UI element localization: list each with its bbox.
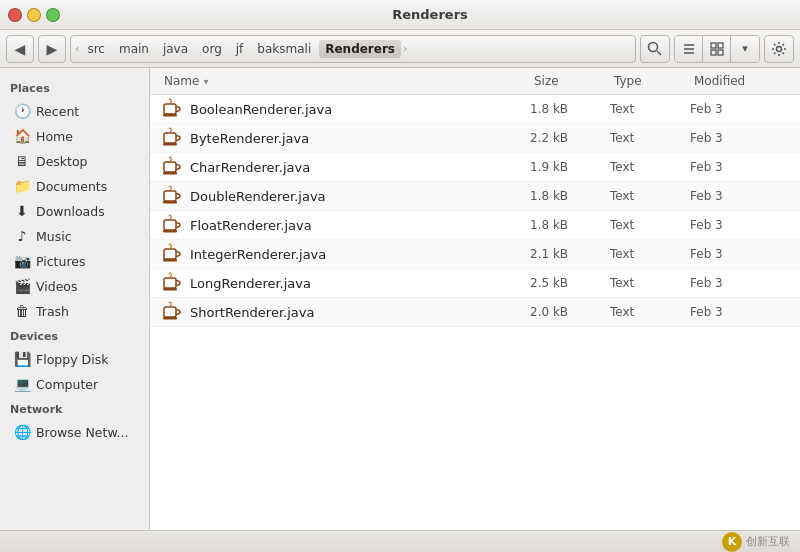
table-row[interactable]: ShortRenderer.java 2.0 kB Text Feb 3 bbox=[150, 298, 800, 327]
view-dropdown-button[interactable]: ▾ bbox=[731, 36, 759, 62]
window-title: Renderers bbox=[68, 7, 792, 22]
maximize-button[interactable] bbox=[46, 8, 60, 22]
sidebar-item-videos-label: Videos bbox=[36, 279, 78, 294]
svg-point-9 bbox=[777, 46, 782, 51]
column-header-modified[interactable]: Modified bbox=[690, 72, 790, 90]
file-name-cell: IntegerRenderer.java bbox=[160, 243, 530, 265]
file-list: BooleanRenderer.java 1.8 kB Text Feb 3 bbox=[150, 95, 800, 530]
minimize-button[interactable] bbox=[27, 8, 41, 22]
main-content: Places 🕐 Recent 🏠 Home 🖥 Desktop 📁 Docum… bbox=[0, 68, 800, 530]
svg-rect-6 bbox=[718, 43, 723, 48]
svg-rect-19 bbox=[163, 230, 177, 233]
file-size: 1.8 kB bbox=[530, 102, 610, 116]
file-icon bbox=[160, 127, 182, 149]
file-name: FloatRenderer.java bbox=[190, 218, 312, 233]
sidebar-item-floppy[interactable]: 💾 Floppy Disk bbox=[4, 347, 145, 371]
file-name-cell: FloatRenderer.java bbox=[160, 214, 530, 236]
breadcrumb-jf[interactable]: jf bbox=[230, 40, 250, 58]
sidebar-item-pictures[interactable]: 📷 Pictures bbox=[4, 249, 145, 273]
sidebar-item-desktop[interactable]: 🖥 Desktop bbox=[4, 149, 145, 173]
back-button[interactable]: ◀ bbox=[6, 35, 34, 63]
sidebar-item-recent-label: Recent bbox=[36, 104, 79, 119]
forward-button[interactable]: ▶ bbox=[38, 35, 66, 63]
sidebar-item-music[interactable]: ♪ Music bbox=[4, 224, 145, 248]
svg-rect-22 bbox=[164, 278, 176, 288]
java-file-icon bbox=[160, 272, 182, 294]
file-name-cell: BooleanRenderer.java bbox=[160, 98, 530, 120]
breadcrumb-right-arrow[interactable]: › bbox=[403, 42, 407, 55]
watermark-text: 创新互联 bbox=[746, 534, 790, 549]
column-header-size[interactable]: Size bbox=[530, 72, 610, 90]
back-icon: ◀ bbox=[15, 41, 26, 57]
sidebar-item-downloads[interactable]: ⬇ Downloads bbox=[4, 199, 145, 223]
file-type: Text bbox=[610, 160, 690, 174]
file-modified: Feb 3 bbox=[690, 305, 790, 319]
home-icon: 🏠 bbox=[14, 128, 30, 144]
svg-rect-13 bbox=[163, 143, 177, 146]
sidebar-item-videos[interactable]: 🎬 Videos bbox=[4, 274, 145, 298]
search-button[interactable] bbox=[640, 35, 670, 63]
sidebar-item-pictures-label: Pictures bbox=[36, 254, 86, 269]
svg-rect-10 bbox=[164, 104, 176, 114]
floppy-icon: 💾 bbox=[14, 351, 30, 367]
breadcrumb-java[interactable]: java bbox=[157, 40, 194, 58]
sidebar-item-documents-label: Documents bbox=[36, 179, 107, 194]
column-header-name[interactable]: Name ▾ bbox=[160, 72, 530, 90]
table-row[interactable]: IntegerRenderer.java 2.1 kB Text Feb 3 bbox=[150, 240, 800, 269]
java-file-icon bbox=[160, 185, 182, 207]
file-icon bbox=[160, 185, 182, 207]
file-name-cell: LongRenderer.java bbox=[160, 272, 530, 294]
file-type: Text bbox=[610, 305, 690, 319]
sidebar-item-desktop-label: Desktop bbox=[36, 154, 88, 169]
file-name: IntegerRenderer.java bbox=[190, 247, 326, 262]
breadcrumb-baksmali[interactable]: baksmali bbox=[251, 40, 317, 58]
settings-button[interactable] bbox=[764, 35, 794, 63]
sidebar-item-home[interactable]: 🏠 Home bbox=[4, 124, 145, 148]
list-view-icon bbox=[682, 42, 696, 56]
sidebar-item-browse-network-label: Browse Netw... bbox=[36, 425, 128, 440]
table-row[interactable]: ByteRenderer.java 2.2 kB Text Feb 3 bbox=[150, 124, 800, 153]
table-row[interactable]: FloatRenderer.java 1.8 kB Text Feb 3 bbox=[150, 211, 800, 240]
close-button[interactable] bbox=[8, 8, 22, 22]
sidebar-item-computer[interactable]: 💻 Computer bbox=[4, 372, 145, 396]
statusbar: K 创新互联 bbox=[0, 530, 800, 552]
file-type: Text bbox=[610, 218, 690, 232]
sidebar-item-documents[interactable]: 📁 Documents bbox=[4, 174, 145, 198]
svg-rect-18 bbox=[164, 220, 176, 230]
table-row[interactable]: LongRenderer.java 2.5 kB Text Feb 3 bbox=[150, 269, 800, 298]
java-file-icon bbox=[160, 98, 182, 120]
view-toggle-group: ▾ bbox=[674, 35, 760, 63]
sidebar-item-recent[interactable]: 🕐 Recent bbox=[4, 99, 145, 123]
table-row[interactable]: CharRenderer.java 1.9 kB Text Feb 3 bbox=[150, 153, 800, 182]
table-row[interactable]: BooleanRenderer.java 1.8 kB Text Feb 3 bbox=[150, 95, 800, 124]
breadcrumb-renderers[interactable]: Renderers bbox=[319, 40, 401, 58]
breadcrumb-main[interactable]: main bbox=[113, 40, 155, 58]
music-icon: ♪ bbox=[14, 228, 30, 244]
grid-view-button[interactable] bbox=[703, 36, 731, 62]
places-section-label: Places bbox=[0, 76, 149, 98]
svg-rect-21 bbox=[163, 259, 177, 262]
sidebar-item-downloads-label: Downloads bbox=[36, 204, 105, 219]
java-file-icon bbox=[160, 214, 182, 236]
breadcrumb-src[interactable]: src bbox=[81, 40, 111, 58]
file-type: Text bbox=[610, 189, 690, 203]
file-icon bbox=[160, 98, 182, 120]
column-header-type[interactable]: Type bbox=[610, 72, 690, 90]
pictures-icon: 📷 bbox=[14, 253, 30, 269]
java-file-icon bbox=[160, 301, 182, 323]
breadcrumb-org[interactable]: org bbox=[196, 40, 228, 58]
file-name-cell: ByteRenderer.java bbox=[160, 127, 530, 149]
svg-rect-23 bbox=[163, 288, 177, 291]
svg-rect-5 bbox=[711, 43, 716, 48]
file-size: 2.5 kB bbox=[530, 276, 610, 290]
table-row[interactable]: DoubleRenderer.java 1.8 kB Text Feb 3 bbox=[150, 182, 800, 211]
forward-icon: ▶ bbox=[47, 41, 58, 57]
file-name-cell: ShortRenderer.java bbox=[160, 301, 530, 323]
sidebar-item-trash[interactable]: 🗑 Trash bbox=[4, 299, 145, 323]
file-list-header: Name ▾ Size Type Modified bbox=[150, 68, 800, 95]
sidebar-item-browse-network[interactable]: 🌐 Browse Netw... bbox=[4, 420, 145, 444]
breadcrumb-left-arrow[interactable]: ‹ bbox=[75, 42, 79, 55]
file-modified: Feb 3 bbox=[690, 102, 790, 116]
sidebar: Places 🕐 Recent 🏠 Home 🖥 Desktop 📁 Docum… bbox=[0, 68, 150, 530]
list-view-button[interactable] bbox=[675, 36, 703, 62]
